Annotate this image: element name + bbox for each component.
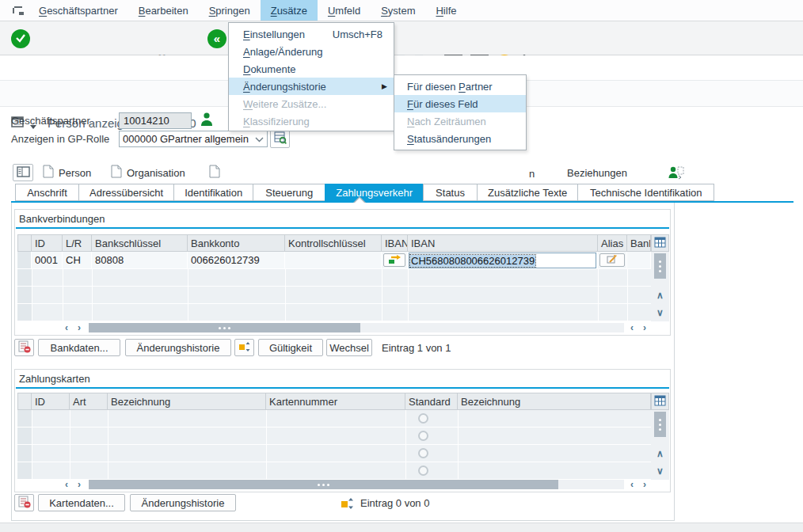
submenu-item-fuer-dieses-feld[interactable]: Für dieses Feld (394, 95, 526, 112)
delete-card-row-button[interactable] (14, 494, 34, 511)
bank-empty-row[interactable] (17, 269, 651, 287)
iban-input-cell[interactable]: CH5680808006626012739 (409, 253, 596, 268)
cards-reorder-icon[interactable] (341, 496, 355, 513)
bank-hscroll-thumb[interactable] (89, 323, 360, 332)
bank-vscroll-thumb[interactable] (654, 253, 666, 279)
cards-col-standard[interactable]: Standard (405, 393, 458, 410)
standard-radio[interactable] (418, 466, 428, 476)
tab-adressuebersicht[interactable]: Adressübersicht (78, 184, 174, 201)
standard-radio[interactable] (418, 431, 428, 441)
bank-scroll-up-button[interactable]: ∧ (651, 287, 669, 304)
cards-empty-row[interactable] (17, 445, 651, 462)
organisation-button[interactable]: Organisation (111, 165, 185, 180)
system-menu-icon[interactable] (12, 6, 26, 18)
bank-col-bankschluessel[interactable]: Bankschlüssel (92, 234, 188, 252)
cards-hscroll-right2-button[interactable]: › (638, 479, 651, 490)
bank-col-kontrollschluessel[interactable]: Kontrollschlüssel (285, 234, 382, 252)
bank-col-iban[interactable]: IBAN (408, 234, 598, 252)
gruppe-button-partially-hidden[interactable] (209, 165, 220, 180)
cards-empty-row[interactable] (17, 462, 651, 480)
gueltigkeit-button[interactable]: Gültigkeit (258, 339, 323, 356)
bank-col-bank[interactable]: Bank (627, 234, 651, 252)
menu-hilfe[interactable]: Hilfe (425, 0, 466, 21)
tab-anschrift[interactable]: Anschrift (15, 184, 79, 201)
tab-status[interactable]: Status (423, 184, 478, 201)
cards-empty-row[interactable] (17, 410, 651, 428)
bank-cell-bankschluessel[interactable]: 80808 (92, 252, 188, 269)
bank-hscroll-left-button[interactable]: ‹ (60, 322, 73, 333)
gp-rolle-select[interactable]: 000000 GPartner allgemein (119, 131, 268, 147)
cards-scroll-up-button[interactable]: ∧ (651, 445, 669, 462)
menu-springen[interactable]: Springen (199, 0, 261, 21)
cards-vscroll-thumb[interactable] (654, 412, 666, 437)
bank-data-row[interactable]: 0001 CH 80808 006626012739 CH56808080066… (17, 252, 651, 269)
cards-col-bezeichnung[interactable]: Bezeichnung (108, 393, 266, 410)
submenu-item-fuer-diesen-partner[interactable]: Für diesen Partner (394, 78, 526, 95)
cards-hscroll-thumb[interactable] (89, 480, 558, 489)
bankdaten-button[interactable]: Bankdaten... (38, 339, 120, 356)
cards-table-config-button[interactable] (651, 393, 669, 410)
bank-empty-row[interactable] (17, 304, 651, 321)
kartendaten-button[interactable]: Kartendaten... (38, 494, 125, 511)
cards-empty-row[interactable] (17, 428, 651, 445)
cards-select-all-cell[interactable] (17, 393, 32, 410)
alias-button[interactable] (599, 253, 625, 267)
bank-cell-bank[interactable] (627, 252, 651, 269)
cards-aenderungshistorie-button[interactable]: Änderungshistorie (130, 494, 236, 511)
bank-select-all-cell[interactable] (17, 234, 32, 252)
bank-aenderungshistorie-button[interactable]: Änderungshistorie (125, 339, 231, 356)
cards-scroll-down-button[interactable]: ∨ (651, 462, 669, 480)
tab-zusaetzliche-texte[interactable]: Zusätzliche Texte (477, 184, 578, 201)
bank-table-config-button[interactable] (651, 234, 669, 252)
exit-button[interactable]: « (207, 29, 226, 48)
cards-hscroll-left2-button[interactable]: ‹ (626, 479, 638, 490)
beziehungen-button[interactable]: Beziehungen (567, 165, 627, 180)
bank-cell-kontrollschluessel[interactable] (285, 252, 382, 269)
tab-steuerung[interactable]: Steuerung (253, 184, 325, 201)
geschaeftspartner-value-field[interactable]: 10014210 (119, 112, 192, 129)
bank-col-id[interactable]: ID (32, 234, 63, 252)
tab-zahlungsverkehr[interactable]: Zahlungsverkehr (325, 184, 424, 201)
bank-empty-row[interactable] (17, 287, 651, 304)
standard-radio[interactable] (418, 448, 428, 458)
cards-col-kartennummer[interactable]: Kartennummer (266, 393, 405, 410)
cards-col-bezeichnung2[interactable]: Bezeichnung (458, 393, 651, 410)
menu-item-anlage-aenderung[interactable]: Anlage/Änderung (229, 43, 394, 60)
cards-col-art[interactable]: Art (70, 393, 108, 410)
iban-detail-button[interactable] (383, 253, 405, 267)
menu-item-aenderungshistorie[interactable]: Änderungshistorie ▶ (229, 78, 394, 95)
standard-radio[interactable] (418, 413, 428, 424)
switch-display-change-icon[interactable] (668, 165, 685, 184)
menu-geschaeftspartner[interactable]: Geschäftspartner (29, 0, 128, 21)
bank-col-lr[interactable]: L/R (63, 234, 92, 252)
bank-reorder-button[interactable] (234, 339, 254, 356)
tab-identifikation[interactable]: Identifikation (173, 184, 253, 201)
menu-umfeld[interactable]: Umfeld (318, 0, 371, 21)
bank-cell-lr[interactable]: CH (63, 252, 92, 269)
bank-scroll-down-button[interactable]: ∨ (651, 304, 669, 321)
bank-col-alias[interactable]: Alias (598, 234, 627, 252)
bank-hscroll-right2-button[interactable]: › (638, 322, 651, 333)
menu-item-dokumente[interactable]: Dokumente (229, 60, 394, 78)
bank-hscroll-left2-button[interactable]: ‹ (626, 322, 638, 333)
bank-hscroll-right-button[interactable]: › (73, 322, 86, 333)
bank-cell-bankkonto[interactable]: 006626012739 (188, 252, 285, 269)
locator-toggle-button[interactable] (13, 164, 33, 181)
cards-hscroll-left-button[interactable]: ‹ (60, 479, 73, 490)
display-role-button[interactable] (270, 130, 290, 148)
menu-item-einstellungen[interactable]: Einstellungen Umsch+F8 (229, 25, 394, 43)
menu-system[interactable]: System (371, 0, 425, 21)
delete-bank-row-button[interactable] (14, 339, 34, 356)
bank-row-selector[interactable] (17, 252, 32, 269)
cards-col-id[interactable]: ID (32, 393, 70, 410)
bank-col-bankkonto[interactable]: Bankkonto (188, 234, 285, 252)
tab-technische-identifikation[interactable]: Technische Identifikation (577, 184, 714, 201)
person-button[interactable]: Person (43, 165, 91, 180)
menu-bearbeiten[interactable]: Bearbeiten (128, 0, 199, 21)
bank-col-iban-button[interactable]: IBAN (382, 234, 408, 252)
cards-hscroll-right-button[interactable]: › (73, 479, 86, 490)
bank-cell-id[interactable]: 0001 (32, 252, 63, 269)
enter-button[interactable] (11, 29, 30, 48)
wechsel-button[interactable]: Wechsel (326, 339, 372, 356)
menu-zusaetze[interactable]: Zusätze (261, 0, 318, 21)
